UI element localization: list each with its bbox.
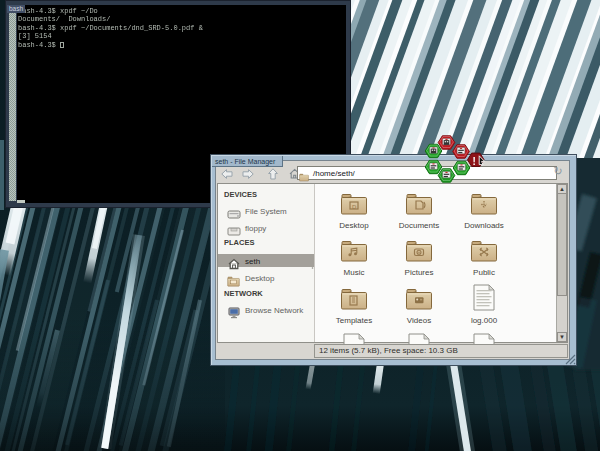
svg-text:D: D xyxy=(352,204,357,210)
svg-text:!: ! xyxy=(473,156,476,167)
